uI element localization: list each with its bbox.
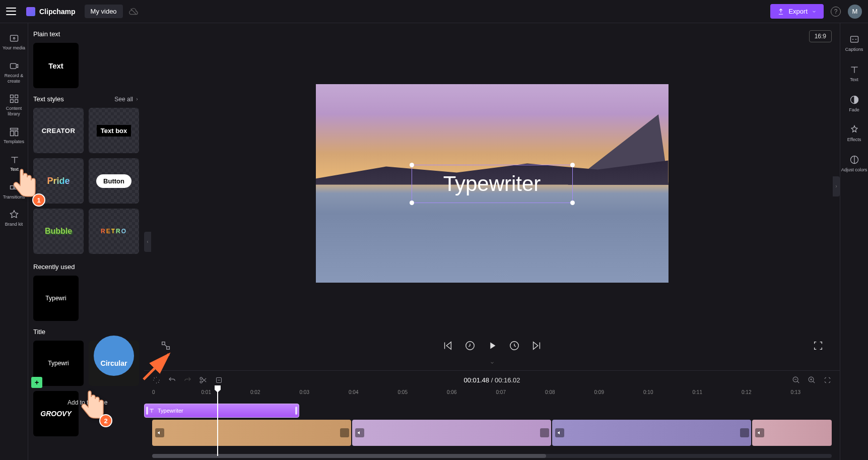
timeline-ruler[interactable]: 00:010:020:030:040:050:060:070:080:090:1… [152,389,840,400]
style-creator[interactable]: CREATOR [33,108,84,153]
camera-icon [9,61,19,71]
app-name: Clipchamp [39,8,76,16]
nav-effects[interactable]: Effects [840,118,868,149]
collapse-left-panel[interactable] [144,232,151,252]
video-preview-canvas[interactable]: Typewriter [316,84,669,283]
nav-content-library[interactable]: Content library [0,89,28,122]
style-bubble[interactable]: Bubble [33,209,84,254]
text-styles-heading: Text styles [33,95,64,103]
step-back-button[interactable] [464,340,476,351]
plain-text-heading: Plain text [33,30,139,38]
title-circular[interactable]: Circular [89,341,139,386]
annotation-arrow [141,347,176,382]
video-clip[interactable] [552,420,751,446]
step-forward-button[interactable] [509,340,520,351]
svg-point-17 [200,377,202,379]
add-to-timeline-button[interactable]: + [31,377,42,388]
resize-handle[interactable] [570,163,575,167]
zoom-in-button[interactable] [808,376,816,384]
resize-handle[interactable] [570,201,575,205]
video-clip[interactable] [752,420,832,446]
title-groovy[interactable]: GROOVY [33,391,79,436]
svg-rect-4 [10,95,13,98]
nav-your-media[interactable]: Your media [0,28,28,56]
export-button[interactable]: Export [770,4,824,19]
svg-rect-10 [15,131,18,136]
chevron-right-icon [135,96,139,102]
resize-handle[interactable] [410,163,414,167]
project-name-input[interactable]: My video [85,5,123,18]
text-props-icon [849,64,859,75]
app-logo [26,7,35,16]
clip-volume-icon[interactable] [555,428,564,437]
text-clip-icon [149,408,155,414]
nav-record-create[interactable]: Record & create [0,56,28,89]
fullscreen-button[interactable] [813,340,824,351]
svg-rect-8 [10,128,18,129]
svg-rect-22 [850,36,858,42]
split-button[interactable] [199,376,208,384]
resize-handle[interactable] [410,201,414,205]
svg-rect-6 [10,100,13,103]
scrollbar-thumb[interactable] [152,454,546,458]
svg-point-2 [13,37,15,39]
effects-icon [849,124,859,135]
nav-adjust-colors[interactable]: Adjust colors [840,149,868,179]
svg-rect-9 [10,131,14,136]
chevron-down-icon [812,9,817,14]
play-button[interactable] [487,340,498,351]
captions-icon [849,34,859,44]
see-all-link[interactable]: See all [114,96,139,103]
svg-rect-7 [15,100,18,103]
video-clip[interactable] [352,420,551,446]
nav-brand-kit[interactable]: Brand kit [0,205,28,232]
nav-captions[interactable]: Captions [840,28,868,58]
svg-rect-1 [10,35,18,41]
zoom-out-button[interactable] [792,376,800,384]
fit-timeline-button[interactable] [823,376,832,384]
title-typewriter[interactable]: Typewri + [33,341,84,386]
nav-fade[interactable]: Fade [840,89,868,119]
svg-rect-5 [15,95,18,98]
nav-templates[interactable]: Templates [0,122,28,150]
text-clip-typewriter[interactable]: Typewriter [144,404,299,418]
style-retro[interactable]: RETRO [89,209,139,254]
style-textbox[interactable]: Text box [89,108,139,153]
skip-prev-button[interactable] [442,340,453,351]
right-navigation: Captions Text Fade Effects Adjust colors [840,23,868,460]
timeline-scrollbar[interactable] [152,454,832,458]
svg-rect-13 [162,342,165,345]
recent-typewriter-thumbnail[interactable]: Typewri [33,276,79,321]
clip-volume-icon[interactable] [755,428,764,437]
menu-button[interactable] [6,7,16,17]
clip-volume-icon[interactable] [155,428,164,437]
clip-volume-icon[interactable] [355,428,364,437]
skip-next-button[interactable] [531,340,542,351]
clip-transition-icon[interactable] [740,428,749,437]
left-navigation: Your media Record & create Content libra… [0,23,28,460]
text-icon [10,155,20,165]
redo-button[interactable] [183,376,192,384]
user-avatar[interactable]: M [848,5,862,19]
annotation-cursor-1: 1 [10,166,40,202]
plain-text-thumbnail[interactable]: Text [33,43,79,88]
colors-icon [849,155,859,165]
clip-transition-icon[interactable] [340,428,349,437]
upload-icon [777,8,784,15]
style-button[interactable]: Button [89,158,139,204]
text-overlay-selection[interactable]: Typewriter [412,165,573,203]
sync-status-icon [128,6,139,17]
video-track[interactable] [152,420,832,446]
svg-point-18 [200,381,202,383]
video-clip[interactable] [152,420,351,446]
recently-used-heading: Recently used [33,263,139,271]
collapse-right-panel[interactable] [833,176,840,196]
playhead[interactable] [217,385,218,456]
nav-text-props[interactable]: Text [840,58,868,89]
collapse-timeline-button[interactable] [144,358,840,370]
clip-transition-icon[interactable] [540,428,549,437]
crop-button[interactable] [215,376,223,384]
annotation-cursor-2: 2 [78,388,108,423]
svg-rect-3 [10,63,16,69]
help-button[interactable]: ? [831,7,841,17]
